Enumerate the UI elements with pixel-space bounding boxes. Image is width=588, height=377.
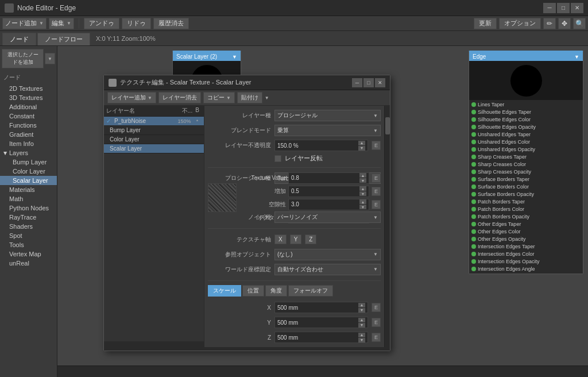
axis-x-btn[interactable]: X: [274, 234, 287, 244]
inc-e-btn[interactable]: E: [372, 187, 381, 196]
sidebar-item-pythonnodes[interactable]: Python Nodes: [0, 203, 57, 213]
axis-y-btn[interactable]: Y: [290, 234, 302, 244]
socket-intersection-opacity[interactable]: Intersection Edges Opacity: [471, 258, 581, 265]
por-e-btn[interactable]: E: [372, 200, 381, 209]
sidebar-item-additional[interactable]: Additional: [0, 102, 57, 111]
opacity-up-btn[interactable]: ▲: [358, 141, 365, 145]
socket-intersection-angle[interactable]: Intersection Edges Angle: [471, 266, 581, 272]
add-layer-btn[interactable]: レイヤー追加 ▼: [107, 92, 156, 103]
sidebar-item-layers[interactable]: ▶ Layers: [0, 148, 57, 157]
world-coords-select[interactable]: 自動サイズ合わせ ▼: [274, 264, 381, 275]
paste-btn[interactable]: 貼付け: [237, 92, 262, 103]
tab-node[interactable]: ノード: [2, 33, 36, 45]
y-e-btn[interactable]: E: [372, 318, 381, 327]
sidebar-item-spot[interactable]: Spot: [0, 231, 57, 240]
layer-sub-color[interactable]: Color Layer: [104, 135, 204, 144]
sidebar-item-raytrace[interactable]: RayTrace: [0, 213, 57, 222]
texture-value-input[interactable]: 0.8 ▲ ▼: [288, 172, 369, 184]
socket-surfaceborders-opacity[interactable]: Surface Borders Opacity: [471, 191, 581, 198]
update-btn[interactable]: 更新: [474, 18, 497, 29]
node-collapse-icon[interactable]: ▼: [232, 54, 237, 60]
edit-menu[interactable]: 編集 ▼: [49, 18, 74, 29]
socket-intersection-color[interactable]: Intersection Edges Color: [471, 251, 581, 257]
move-icon[interactable]: ✥: [558, 18, 571, 29]
layer-sub-scalar[interactable]: Scalar Layer: [104, 144, 204, 153]
pencil-icon[interactable]: ✏: [543, 18, 556, 29]
tv-down-btn[interactable]: ▼: [359, 178, 366, 183]
socket-unshared-color[interactable]: Unshared Edges Color: [471, 139, 581, 145]
sidebar-item-3dtextures[interactable]: 3D Textures: [0, 93, 57, 102]
scroll-thumb[interactable]: [385, 117, 390, 134]
dialog-maximize-btn[interactable]: □: [363, 78, 374, 87]
socket-lines-taper[interactable]: Lines Taper: [471, 101, 581, 108]
z-e-btn[interactable]: E: [372, 333, 381, 342]
search-icon[interactable]: 🔍: [573, 18, 586, 29]
panel-resize-handle[interactable]: [104, 341, 204, 347]
delete-layer-btn[interactable]: レイヤー消去: [158, 92, 201, 103]
socket-silhouette-taper[interactable]: Silhouette Edges Taper: [471, 109, 581, 116]
canvas-area[interactable]: Scalar Layer (2) ▼ Multiply (1) ▼ A: [57, 46, 588, 377]
socket-silhouette-opacity[interactable]: Silhouette Edges Opacity: [471, 124, 581, 130]
sidebar-item-gradient[interactable]: Gradient: [0, 130, 57, 139]
node-collapse-icon[interactable]: ▼: [574, 54, 579, 60]
z-input[interactable]: 500 mm ▲ ▼: [274, 332, 368, 343]
socket-sharpcreases-opacity[interactable]: Sharp Creases Opacity: [471, 168, 581, 175]
socket-sharpcreases-color[interactable]: Sharp Creases Color: [471, 161, 581, 168]
z-down-btn[interactable]: ▼: [358, 338, 365, 343]
edge-node[interactable]: Edge ▼ Lines Taper Silhouette Edges Tape…: [469, 51, 583, 274]
socket-otheredges-color[interactable]: Other Edges Color: [471, 228, 581, 235]
tab-position[interactable]: 位置: [242, 285, 264, 297]
layer-type-select[interactable]: プロシージャル ▼: [274, 110, 381, 121]
opacity-down-btn[interactable]: ▼: [358, 146, 365, 151]
redo-btn[interactable]: リドゥ: [122, 18, 151, 29]
y-input[interactable]: 500 mm ▲ ▼: [274, 317, 368, 328]
dialog-resize-handle[interactable]: [104, 347, 390, 351]
invert-checkbox[interactable]: [274, 155, 281, 162]
sidebar-item-2dtextures[interactable]: 2D Textures: [0, 84, 57, 93]
socket-sharpcreases-taper[interactable]: Sharp Creases Taper: [471, 153, 581, 160]
sidebar-item-math[interactable]: Math: [0, 194, 57, 203]
vertical-scrollbar[interactable]: [384, 106, 390, 347]
tv-e-btn[interactable]: E: [372, 174, 381, 183]
axis-z-btn[interactable]: Z: [305, 234, 316, 244]
x-input[interactable]: 500 mm ▲ ▼: [274, 302, 368, 313]
por-up-btn[interactable]: ▲: [359, 199, 366, 204]
sidebar-item-materials[interactable]: Materials: [0, 185, 57, 194]
dialog-close-btn[interactable]: ✕: [375, 78, 385, 87]
inc-down-btn[interactable]: ▼: [359, 191, 366, 196]
inc-up-btn[interactable]: ▲: [359, 186, 366, 191]
layer-sub-bump[interactable]: Bump Layer: [104, 126, 204, 135]
y-down-btn[interactable]: ▼: [358, 323, 365, 328]
socket-patchborders-taper[interactable]: Patch Borders Taper: [471, 198, 581, 205]
add-node-menu[interactable]: ノード追加 ▼: [2, 18, 47, 29]
add-selected-node-btn[interactable]: 選択したノードを追加: [2, 49, 44, 68]
sidebar-item-colorlayer[interactable]: Color Layer: [0, 167, 57, 176]
sidebar-dropdown[interactable]: ▼: [45, 53, 55, 64]
sidebar-item-unreal[interactable]: unReal: [0, 259, 57, 268]
socket-patchborders-opacity[interactable]: Patch Borders Opacity: [471, 213, 581, 220]
ref-obj-select[interactable]: (なし) ▼: [274, 249, 381, 260]
options-btn[interactable]: オプション: [499, 18, 541, 29]
x-up-btn[interactable]: ▲: [358, 303, 365, 307]
minimize-btn[interactable]: ─: [543, 3, 556, 13]
socket-unshared-opacity[interactable]: Unshared Edges Opacity: [471, 146, 581, 153]
undo-btn[interactable]: アンドゥ: [84, 18, 119, 29]
socket-surfaceborders-color[interactable]: Surface Borders Color: [471, 183, 581, 190]
blend-mode-select[interactable]: 乗算 ▼: [274, 125, 381, 136]
sidebar-item-vertexmap[interactable]: Vertex Map: [0, 249, 57, 259]
socket-otheredges-opacity[interactable]: Other Edges Opacity: [471, 236, 581, 243]
opacity-e-btn[interactable]: E: [372, 141, 381, 150]
history-btn[interactable]: 履歴消去: [153, 18, 189, 29]
close-btn[interactable]: ✕: [571, 3, 583, 13]
layer-item[interactable]: ✓ P_turbNoise 150% *: [104, 117, 204, 126]
sidebar-item-bumplayer[interactable]: Bump Layer: [0, 157, 57, 167]
tab-nodeflow[interactable]: ノードフロー: [37, 33, 90, 45]
sidebar-item-shaders[interactable]: Shaders: [0, 222, 57, 231]
noise-type-select[interactable]: パーリンノイズ ▼: [274, 211, 381, 223]
z-up-btn[interactable]: ▲: [358, 333, 365, 337]
dialog-minimize-btn[interactable]: ─: [352, 78, 362, 87]
socket-otheredges-taper[interactable]: Other Edges Taper: [471, 221, 581, 228]
sidebar-item-tools[interactable]: Tools: [0, 240, 57, 249]
copy-btn[interactable]: コピー ▼: [203, 92, 235, 103]
tab-angle[interactable]: 角度: [265, 285, 287, 297]
